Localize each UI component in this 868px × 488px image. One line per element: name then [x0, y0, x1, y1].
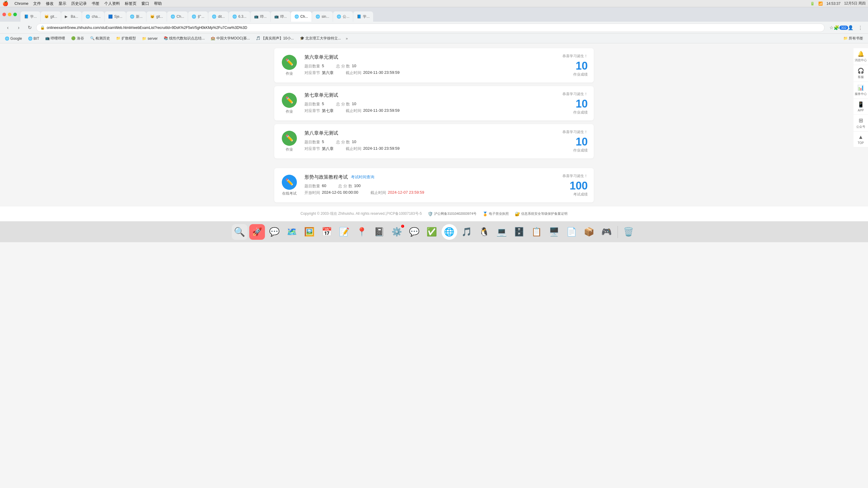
dock-maps[interactable]: 🗺️ — [284, 224, 300, 240]
sidebar-app-btn[interactable]: 📱 APP — [854, 99, 868, 115]
menu-tabs[interactable]: 标签页 — [125, 1, 136, 6]
menu-dots-icon[interactable]: ⋮ — [856, 24, 864, 32]
bookmark-google[interactable]: 🌐 Google — [2, 36, 24, 41]
tab-11[interactable]: 🌐6.3... — [229, 11, 250, 22]
dock-notes[interactable]: 📝 — [337, 224, 352, 240]
sidebar-servicecenter-btn[interactable]: 📊 服务中心 — [854, 82, 868, 99]
menu-file[interactable]: 文件 — [33, 1, 41, 6]
dock-maps2[interactable]: 📍 — [354, 224, 370, 240]
bookmark-folder-all[interactable]: 📁 所有书签 — [841, 35, 866, 41]
bookmark-server[interactable]: 📁 server — [140, 36, 160, 41]
tab-1[interactable]: 📘学... — [21, 11, 40, 22]
tab-5[interactable]: 🟦Sje... — [104, 11, 126, 22]
menu-profile[interactable]: 个人资料 — [104, 1, 120, 6]
certificate-icon: 🏅 — [483, 212, 488, 216]
forward-button[interactable]: › — [14, 24, 23, 32]
traffic-lights — [2, 13, 17, 16]
bookmark-rain[interactable]: 🎵 【真实雨声】10小... — [253, 35, 296, 41]
dock-word[interactable]: 📄 — [564, 224, 580, 240]
dock-stickies[interactable]: 📋 — [529, 224, 545, 240]
bookmark-diffusion[interactable]: 📁 扩散模型 — [114, 35, 138, 41]
sidebar-messages-btn[interactable]: 🔔 消息中心 — [854, 48, 868, 65]
fullscreen-button[interactable] — [13, 13, 17, 16]
tab-16[interactable]: 🌐公... — [333, 11, 353, 22]
menu-bookmarks[interactable]: 书签 — [92, 1, 99, 6]
dock-pyCharm[interactable]: 💻 — [494, 224, 510, 240]
sidebar-top-btn[interactable]: ▲ TOP — [854, 132, 868, 147]
tab-9[interactable]: 🌐扩... — [188, 11, 208, 22]
exam-item-ch7: ✏️ 作业 第七章单元测试 题目数量 5 总 分 数 10 — [274, 86, 594, 121]
menu-help[interactable]: 帮助 — [154, 1, 162, 6]
tab-17[interactable]: 📘学... — [353, 11, 373, 22]
dock-settings[interactable]: ⚙️! — [389, 224, 405, 240]
tab-15[interactable]: 🌐sin... — [312, 11, 333, 22]
dock-trash[interactable]: 🗑️ — [621, 224, 637, 240]
footer-badge3[interactable]: 🔐 信息系统安全等级保护备案证明 — [515, 212, 567, 216]
profile-icon[interactable]: 👤 — [846, 24, 855, 32]
dock-calendar[interactable]: 📅 — [319, 224, 335, 240]
back-button[interactable]: ‹ — [4, 24, 12, 32]
tab-2[interactable]: 🐱git... — [41, 11, 61, 22]
exam-meta-row1-ch8: 题目数量 5 总 分 数 10 — [304, 139, 546, 145]
dock-box[interactable]: 📦 — [581, 224, 597, 240]
menu-chrome[interactable]: Chrome — [14, 1, 28, 6]
bookmark-bit[interactable]: 🌐 BIT — [26, 36, 41, 41]
tab-10[interactable]: 🌐dit... — [208, 11, 228, 22]
chart-icon: 📊 — [858, 84, 864, 91]
bookmark-detection[interactable]: 🔍 检测历史 — [88, 35, 113, 41]
dock-messages[interactable]: 💬 — [267, 224, 282, 240]
score-label-politics: 考试成绩 — [552, 192, 588, 197]
apple-menu[interactable]: 🍎 — [2, 1, 8, 6]
dock-penguin[interactable]: 🐧 — [476, 224, 492, 240]
dock-divider — [618, 226, 618, 238]
tab-4[interactable]: 🌐cha... — [82, 11, 104, 22]
congrats-ch7: 恭喜学习诞生！ — [552, 92, 588, 97]
dock-notion[interactable]: 📓 — [372, 224, 387, 240]
extensions-button[interactable]: 🧩302 — [837, 24, 845, 32]
sidebar-service-btn[interactable]: 🎧 客服 — [854, 65, 868, 82]
footer-badge1[interactable]: 🛡️ 沪公网备31010402003974号 — [428, 212, 476, 216]
dock-chrome[interactable]: 🌐 — [441, 224, 457, 240]
close-button[interactable] — [2, 13, 6, 16]
headset-icon: 🎧 — [858, 67, 864, 74]
tab-7[interactable]: 🐱git... — [147, 11, 167, 22]
bookmark-luogu[interactable]: 🟢 洛谷 — [69, 35, 86, 41]
dock: 🔍 🚀 💬 🗺️ 🖼️ 📅 📝 📍 📓 ⚙️! 💬 ✅ 🌐 🎵 🐧 💻 🗄️ 📋… — [0, 221, 868, 242]
menu-history[interactable]: 历史记录 — [71, 1, 87, 6]
dock-terminal[interactable]: 🖥️ — [547, 224, 562, 240]
dock-music[interactable]: 🎵 — [459, 224, 475, 240]
exam-time-query-link[interactable]: 考试时间查询 — [351, 174, 374, 180]
tab-3[interactable]: ▶Ba... — [61, 11, 82, 22]
lock-icon: 🔒 — [40, 25, 45, 30]
bookmarks-more[interactable]: » — [346, 36, 348, 41]
dock-db[interactable]: 🗄️ — [512, 224, 527, 240]
bookmark-bit2[interactable]: 🎓 北京理工大学徐特立... — [298, 35, 343, 41]
label-chapter-ch6: 对应章节 — [304, 70, 320, 76]
menu-window[interactable]: 窗口 — [141, 1, 149, 6]
exam-type-politics: 在线考试 — [282, 191, 297, 196]
url-bar[interactable]: 🔒 onlineexamh5new.zhihuishu.com/stuExamW… — [36, 24, 825, 32]
dock-launchpad[interactable]: 🚀 — [249, 224, 265, 240]
tab-13[interactable]: 📺哔... — [271, 11, 290, 22]
tab-14-active[interactable]: 🌐Ch... — [291, 11, 312, 22]
bookmark-mooc[interactable]: 🏫 中国大学MOOC(慕... — [208, 35, 252, 41]
score-ch7: 10 — [552, 98, 588, 109]
minimize-button[interactable] — [8, 13, 11, 16]
tab-6[interactable]: 🌐新... — [126, 11, 146, 22]
dock-finder[interactable]: 🔍 — [232, 224, 247, 240]
sidebar-servicecenter-label: 服务中心 — [855, 92, 867, 96]
menu-edit[interactable]: 修改 — [46, 1, 54, 6]
tab-12[interactable]: 📺哔... — [250, 11, 270, 22]
dock-game[interactable]: 🎮 — [599, 224, 615, 240]
tab-8[interactable]: 🌐Ch... — [167, 11, 188, 22]
dock-photos[interactable]: 🖼️ — [302, 224, 317, 240]
bookmark-math[interactable]: 📚 线性代数知识点总结... — [161, 35, 207, 41]
bookmark-bilibili[interactable]: 📺 哔哩哔哩 — [43, 35, 67, 41]
address-bar-right: ☆ 🧩302 👤 ⋮ — [827, 24, 864, 32]
dock-tasks[interactable]: ✅ — [424, 224, 440, 240]
sidebar-wechat-btn[interactable]: ⊞ 公众号 — [854, 115, 868, 132]
footer-badge2[interactable]: 🏅 电子营业执照 — [483, 212, 509, 216]
menu-view[interactable]: 显示 — [59, 1, 66, 6]
dock-wechat[interactable]: 💬 — [407, 224, 422, 240]
reload-button[interactable]: ↻ — [25, 24, 34, 32]
